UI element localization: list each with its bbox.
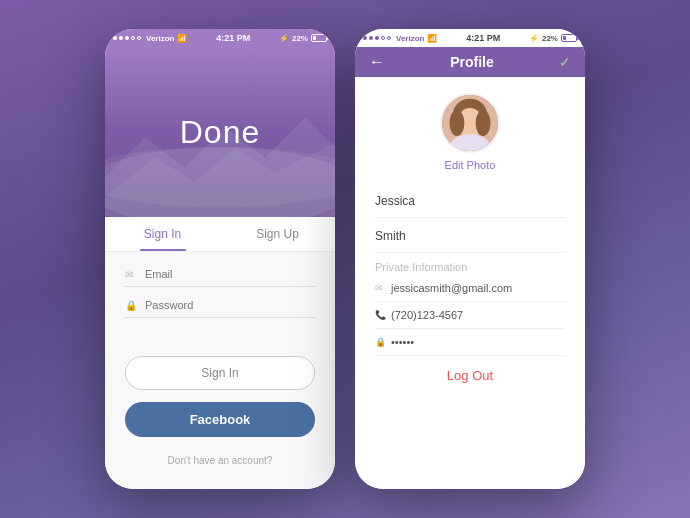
signal-dot-5 <box>137 36 141 40</box>
status-bar-profile: Verizon 📶 4:21 PM ⚡ 22% <box>355 29 585 47</box>
avatar-section: Edit Photo <box>440 77 500 179</box>
avatar-image <box>442 93 498 153</box>
facebook-button[interactable]: Facebook <box>125 402 315 437</box>
profile-battery-pct: 22% <box>542 34 558 43</box>
back-button[interactable]: ← <box>369 53 385 71</box>
pdot-2 <box>369 36 373 40</box>
mountain-front <box>105 143 335 217</box>
wifi-icon: 📶 <box>177 34 187 43</box>
logout-button[interactable]: Log Out <box>375 356 565 395</box>
carrier-label: Verizon <box>146 34 174 43</box>
battery-label: 22% <box>292 34 308 43</box>
profile-nav-header: ← Profile ✓ <box>355 47 585 77</box>
email-value: jessicasmith@gmail.com <box>391 282 512 294</box>
time-display: 4:21 PM <box>216 33 250 43</box>
pdot-4 <box>381 36 385 40</box>
phone-field-row: 📞 (720)123-4567 <box>375 302 565 329</box>
signal-dots <box>113 36 141 40</box>
svg-point-4 <box>476 110 491 136</box>
profile-body: Edit Photo Jessica Smith Private Informa… <box>355 77 585 489</box>
email-input[interactable] <box>145 268 315 280</box>
phone-value: (720)123-4567 <box>391 309 463 321</box>
profile-bluetooth: ⚡ <box>529 34 539 43</box>
password-lock-icon: 🔒 <box>375 337 385 347</box>
profile-battery-fill <box>563 36 566 40</box>
password-field-row: 🔒 <box>125 299 315 318</box>
profile-fields: Jessica Smith Private Information ✉ jess… <box>355 179 585 399</box>
signin-outline-button[interactable]: Sign In <box>125 356 315 390</box>
status-bar-login: Verizon 📶 4:21 PM ⚡ 22% <box>105 29 335 47</box>
phone-icon: 📞 <box>375 310 385 320</box>
login-body: Sign In Sign Up ✉ 🔒 Sign In Facebook <box>105 217 335 489</box>
signal-dot-4 <box>131 36 135 40</box>
firstname-field: Jessica <box>375 183 565 218</box>
avatar <box>440 93 500 153</box>
auth-tabs: Sign In Sign Up <box>105 217 335 252</box>
envelope-icon: ✉ <box>125 269 137 280</box>
profile-status-right: ⚡ 22% <box>529 34 577 43</box>
tab-signup[interactable]: Sign Up <box>220 217 335 251</box>
pdot-1 <box>363 36 367 40</box>
profile-battery-tip <box>577 36 579 40</box>
lock-icon: 🔒 <box>125 300 137 311</box>
spacer <box>125 330 315 340</box>
save-check-button[interactable]: ✓ <box>559 54 571 70</box>
profile-phone: Verizon 📶 4:21 PM ⚡ 22% ← Profile ✓ <box>355 29 585 489</box>
profile-battery-icon <box>561 34 577 42</box>
pdot-5 <box>387 36 391 40</box>
no-account-label: Don't have an account? <box>125 449 315 472</box>
email-field-row: ✉ <box>125 268 315 287</box>
profile-time: 4:21 PM <box>466 33 500 43</box>
battery-icon <box>311 34 327 42</box>
email-field-row: ✉ jessicasmith@gmail.com <box>375 275 565 302</box>
hero-section: Done <box>105 47 335 217</box>
profile-carrier: Verizon <box>396 34 424 43</box>
battery-tip <box>327 36 329 40</box>
password-field-row: 🔒 •••••• <box>375 329 565 356</box>
profile-title: Profile <box>450 54 494 70</box>
edit-photo-button[interactable]: Edit Photo <box>445 159 496 171</box>
login-form: ✉ 🔒 Sign In Facebook Don't have an accou… <box>105 252 335 489</box>
profile-signal-dots <box>363 36 391 40</box>
tab-signin[interactable]: Sign In <box>105 217 220 251</box>
private-info-label: Private Information <box>375 253 565 275</box>
bluetooth-icon: ⚡ <box>279 34 289 43</box>
email-envelope-icon: ✉ <box>375 283 385 293</box>
svg-point-3 <box>449 110 464 136</box>
password-input[interactable] <box>145 299 315 311</box>
battery-fill <box>313 36 316 40</box>
profile-status-left: Verizon 📶 <box>363 34 437 43</box>
signal-dot-1 <box>113 36 117 40</box>
lastname-value: Smith <box>375 229 406 243</box>
signal-dot-2 <box>119 36 123 40</box>
lastname-field: Smith <box>375 218 565 253</box>
signal-dot-3 <box>125 36 129 40</box>
app-title: Done <box>180 114 261 151</box>
pdot-3 <box>375 36 379 40</box>
profile-wifi-icon: 📶 <box>427 34 437 43</box>
login-phone: Verizon 📶 4:21 PM ⚡ 22% Done Sign In <box>105 29 335 489</box>
password-value: •••••• <box>391 336 414 348</box>
status-right: ⚡ 22% <box>279 34 327 43</box>
firstname-value: Jessica <box>375 194 415 208</box>
status-left: Verizon 📶 <box>113 34 187 43</box>
